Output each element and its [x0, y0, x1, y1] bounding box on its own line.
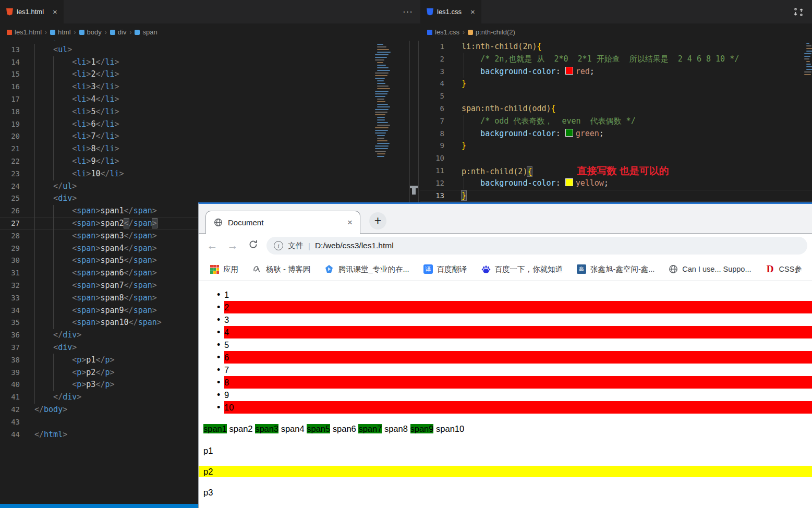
browser-toolbar: ← → i 文件 | D:/web/css3/les1.html: [199, 234, 812, 258]
bookmark-item[interactable]: 百度一下，你就知道: [481, 264, 563, 274]
close-tab-icon[interactable]: ×: [53, 7, 57, 16]
code-text: <span>span4</span>: [20, 243, 157, 255]
code-token: div: [58, 193, 72, 203]
code-token: </: [95, 57, 105, 67]
code-line: 24 </ul>: [0, 180, 420, 193]
tab-les1-html[interactable]: les1.html ×: [0, 0, 64, 23]
code-token: background-color: [462, 178, 556, 188]
rendered-span: span1: [203, 424, 227, 433]
line-number: 14: [0, 56, 20, 69]
code-token: </: [124, 268, 134, 277]
baidu-paw-icon: [481, 264, 491, 274]
code-line: 7 /* odd 代表奇数， even 代表偶数 */: [420, 115, 812, 128]
code-token: li: [77, 69, 86, 79]
address-bar[interactable]: i 文件 | D:/web/css3/les1.html: [266, 237, 807, 255]
bookmark-item[interactable]: 鑫张鑫旭-鑫空间-鑫...: [577, 264, 655, 274]
code-token: p:nth-child(2): [462, 167, 527, 176]
code-token: >: [119, 169, 124, 178]
code-text: <span>span7</span>: [20, 280, 157, 292]
code-text: <span>span6</span>: [20, 267, 157, 280]
code-token: body: [39, 41, 58, 42]
color-swatch: [565, 129, 573, 137]
browser-window: Document × + ← → i 文件 | D:/web/css3/les1…: [198, 202, 812, 508]
code-token: <: [34, 169, 77, 178]
code-token: body: [44, 405, 63, 414]
bookmark-item[interactable]: Can I use... Suppo...: [669, 264, 751, 274]
code-token: >: [115, 69, 119, 79]
code-text: background-color: yellow;: [444, 177, 609, 190]
code-token: </: [95, 69, 105, 79]
code-token: li: [105, 107, 114, 116]
chevron-right-icon: ›: [74, 29, 76, 36]
line-number: 24: [0, 180, 20, 193]
breadcrumb-item[interactable]: body: [87, 28, 102, 36]
split-editor-icon[interactable]: [793, 0, 804, 23]
code-text: }: [444, 78, 466, 90]
editor-actions-more[interactable]: ···: [403, 0, 420, 23]
close-tab-icon[interactable]: ×: [347, 217, 353, 228]
breadcrumb-item[interactable]: html: [58, 28, 71, 36]
line-number: 34: [0, 305, 20, 317]
css-file-icon: [427, 8, 433, 16]
code-token: :: [556, 129, 565, 138]
rendered-list-item: 10: [224, 401, 812, 414]
rendered-span: span10: [436, 424, 464, 433]
url-text: D:/web/css3/les1.html: [315, 241, 394, 250]
cube-icon: [135, 30, 140, 35]
indent-guide: [464, 115, 464, 140]
code-text: <span>span9</span>: [20, 305, 157, 317]
code-token: </: [95, 119, 105, 129]
breadcrumb-item[interactable]: div: [118, 28, 127, 36]
code-token: li: [77, 169, 86, 178]
code-token: 10: [91, 169, 100, 178]
code-token: p: [77, 368, 81, 377]
code-text: <span>span5</span>: [20, 255, 157, 267]
close-tab-icon[interactable]: ×: [470, 7, 475, 16]
cube-icon: [79, 30, 84, 35]
annotation-text: 直接写数 也是可以的: [577, 165, 669, 176]
code-line: 11p:nth-child(2){直接写数 也是可以的: [420, 165, 812, 177]
breadcrumb-item[interactable]: les1.html: [15, 28, 42, 36]
breadcrumb-item[interactable]: span: [142, 28, 157, 36]
forward-icon[interactable]: →: [226, 239, 239, 252]
bookmark-item[interactable]: 应用: [210, 264, 238, 274]
tab-les1-css[interactable]: les1.css ×: [420, 0, 481, 23]
code-line: 1li:nth-child(2n){: [420, 41, 812, 53]
line-number: 31: [0, 267, 20, 280]
page-info-icon[interactable]: i: [274, 241, 283, 250]
code-line: 10: [420, 152, 812, 165]
code-token: <: [34, 231, 77, 240]
browser-tab-document[interactable]: Document ×: [205, 211, 360, 234]
new-tab-button[interactable]: +: [369, 212, 386, 229]
bookmark-item[interactable]: 译百度翻译: [423, 264, 467, 274]
bookmark-item[interactable]: 杨耿 - 博客园: [252, 264, 310, 274]
code-token: <: [34, 281, 77, 290]
bookmark-item[interactable]: 腾讯课堂_专业的在...: [324, 264, 409, 274]
line-number: 17: [0, 93, 20, 106]
breadcrumb-item[interactable]: les1.css: [435, 28, 459, 36]
bookmark-item[interactable]: DCSS参: [766, 264, 802, 274]
chevron-right-icon: ›: [105, 29, 107, 36]
back-icon[interactable]: ←: [205, 239, 219, 252]
breadcrumb[interactable]: les1.css›p:nth-child(2): [420, 23, 812, 41]
code-token: li: [77, 57, 86, 67]
rendered-span: span6: [333, 424, 356, 433]
code-token: span: [134, 306, 152, 315]
code-token: >: [152, 219, 157, 228]
breadcrumb[interactable]: les1.html›html›body›div›span: [0, 23, 420, 41]
file-html-icon: [7, 30, 12, 35]
scrollbar-thumb[interactable]: [412, 188, 416, 195]
line-number: 41: [0, 391, 20, 404]
code-token: <: [34, 82, 77, 91]
code-token: span8: [100, 293, 124, 303]
code-line: 18 <li>5</li>: [0, 106, 420, 118]
code-token: >: [115, 156, 119, 166]
line-number: 37: [0, 342, 20, 354]
code-token: </: [95, 144, 105, 153]
code-token: }: [462, 191, 466, 200]
chevron-right-icon: ›: [463, 29, 465, 36]
breadcrumb-item[interactable]: p:nth-child(2): [476, 28, 515, 36]
code-token: red: [576, 67, 590, 76]
code-token: li: [77, 94, 86, 104]
reload-icon[interactable]: [246, 239, 260, 252]
